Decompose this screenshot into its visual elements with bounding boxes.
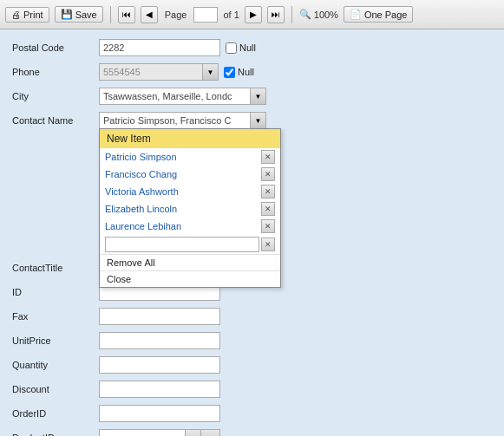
item-francisco: Francisco Chang [105,169,261,179]
remove-victoria-button[interactable]: ✕ [261,185,275,198]
save-label: Save [75,10,97,20]
phone-row: Phone ▼ Null [12,62,492,81]
productid-label: ProductID [12,433,99,436]
item-patricio: Patricio Simpson [105,152,261,162]
orderid-row: OrderID [12,404,492,423]
list-item[interactable]: Laurence Lebihan ✕ [100,218,280,235]
city-dropdown-button[interactable]: ▼ [251,88,266,105]
remove-patricio-button[interactable]: ✕ [261,150,275,164]
phone-dropdown-button[interactable]: ▼ [203,63,219,81]
postal-code-input[interactable] [99,39,220,56]
phone-label: Phone [12,67,99,77]
save-icon: 💾 [61,9,73,20]
divider-1 [110,6,111,23]
list-item[interactable]: Elizabeth Lincoln ✕ [100,200,280,218]
first-page-button[interactable]: ⏮ [118,6,135,23]
item-victoria: Victoria Ashworth [105,186,261,197]
productid-input[interactable] [99,429,186,436]
toolbar: 🖨 Print 💾 Save ⏮ ◀ Page of 1 ▶ ⏭ 🔍 100% … [0,0,504,29]
quantity-row: Quantity [12,355,492,374]
remove-laurence-button[interactable]: ✕ [261,219,275,233]
postal-code-label: Postal Code [12,42,99,53]
dropdown-search-input[interactable] [105,237,259,252]
postal-null-checkbox[interactable] [226,42,237,54]
unitprice-label: UnitPrice [12,335,99,346]
productid-row: ProductID ▼ ... [12,428,492,436]
discount-label: Discount [12,384,99,394]
list-item[interactable]: Francisco Chang ✕ [100,166,280,183]
phone-null-checkbox[interactable] [224,67,235,78]
new-item-option[interactable]: New Item [100,129,280,148]
remove-elizabeth-button[interactable]: ✕ [261,202,275,216]
print-button[interactable]: 🖨 Print [5,7,49,23]
close-button[interactable]: Close [100,270,280,287]
one-page-button[interactable]: 📄 One Page [344,6,414,23]
print-label: Print [23,10,43,20]
one-page-label: One Page [364,10,408,20]
contact-name-dropdown-button[interactable]: ▼ [251,112,266,129]
divider-2 [291,6,292,23]
contact-name-input[interactable] [99,112,251,129]
remove-all-button[interactable]: Remove All [100,254,280,270]
zoom-label: 100% [314,10,338,20]
postal-code-row: Postal Code Null [12,38,492,57]
contact-title-label: ContactTitle [12,263,99,273]
quantity-input[interactable] [99,356,220,374]
city-row: City ▼ [12,87,492,106]
quantity-label: Quantity [12,360,99,370]
fax-label: Fax [12,311,99,322]
contact-name-label: Contact Name [12,115,99,126]
list-item[interactable]: Patricio Simpson ✕ [100,148,280,166]
save-button[interactable]: 💾 Save [55,6,103,23]
city-label: City [12,91,99,101]
clear-search-button[interactable]: ✕ [261,238,275,251]
item-laurence: Laurence Lebihan [105,221,261,231]
phone-input[interactable] [99,63,203,81]
item-elizabeth: Elizabeth Lincoln [105,204,261,214]
page-label: Page [165,10,187,20]
unitprice-row: UnitPrice [12,331,492,350]
remove-francisco-button[interactable]: ✕ [261,167,275,181]
fax-input[interactable] [99,308,220,325]
print-icon: 🖨 [11,10,21,20]
zoom-icon: 🔍 [299,9,311,20]
orderid-label: OrderID [12,408,99,419]
id-label: ID [12,287,99,297]
postal-null-label: Null [226,42,256,54]
contact-name-row: Contact Name ▼ New Item Patricio Simpson… [12,111,492,130]
contact-name-dropdown-popup: New Item Patricio Simpson ✕ Francisco Ch… [99,128,281,288]
productid-dots-button[interactable]: ... [201,429,220,436]
fax-row: Fax [12,307,492,326]
city-input[interactable] [99,88,251,105]
dropdown-search-row: ✕ [100,235,280,254]
unitprice-input[interactable] [99,332,220,349]
discount-input[interactable] [99,381,220,398]
one-page-icon: 📄 [350,9,362,20]
page-input[interactable] [193,7,218,23]
prev-page-button[interactable]: ◀ [141,6,158,23]
list-item[interactable]: Victoria Ashworth ✕ [100,183,280,200]
zoom-control: 🔍 100% [299,9,338,20]
form-area: Postal Code Null Phone ▼ Null City ▼ Con… [0,29,504,436]
last-page-button[interactable]: ⏭ [267,6,285,23]
productid-dropdown-button[interactable]: ▼ [186,429,201,436]
phone-null-label: Null [224,67,254,78]
next-page-button[interactable]: ▶ [245,6,262,23]
of-label: of 1 [223,10,239,20]
discount-row: Discount [12,380,492,399]
orderid-input[interactable] [99,405,220,422]
